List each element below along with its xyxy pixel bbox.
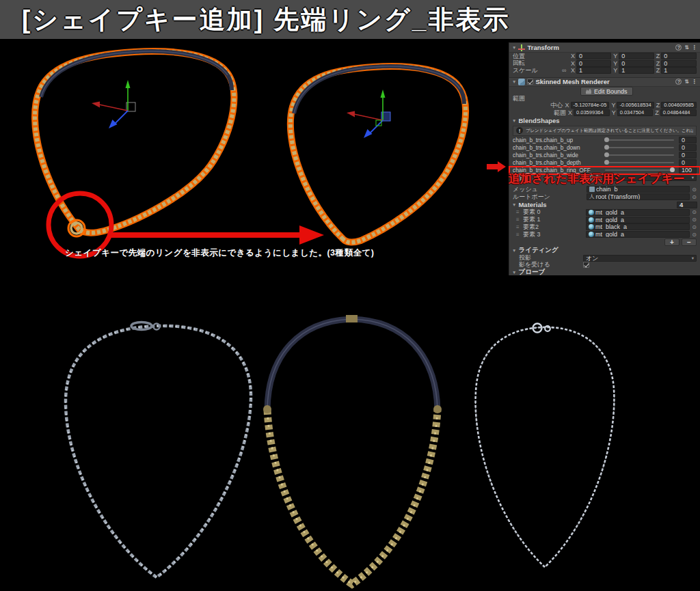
blendshapes-foldout[interactable]: ▼ BlendShapes [509,117,700,125]
add-material-button[interactable]: + [664,238,679,246]
foldout-icon[interactable]: ▼ [512,79,516,84]
scale-y-field[interactable]: 1 [619,67,654,74]
probes-title: プローブ [518,268,545,277]
drag-handle-icon[interactable]: ≡ [516,224,523,230]
foldout-icon[interactable]: ▼ [512,118,516,123]
red-arrow-icon [487,161,507,172]
blendshape-slider[interactable] [605,147,674,148]
scale-x-field[interactable]: 1 [576,67,611,74]
title-banner: [シェイプキー追加] 先端リング_非表示 [0,0,700,39]
axis-x-label: X [571,53,575,59]
center-x-field[interactable]: -5.120784e-05 [571,102,610,109]
transform-header[interactable]: ▼ Transform ? ⇅ ⋮ [509,42,700,53]
drag-handle-icon[interactable]: ≡ [516,217,523,223]
scale-label: スケール [513,66,562,75]
drag-handle-icon[interactable]: ≡ [516,232,523,238]
viewport-necklace-left[interactable] [35,51,234,236]
position-y-field[interactable]: 0 [619,53,654,59]
materials-count-field[interactable]: 4 [677,202,697,208]
center-y-field[interactable]: -0.005618534 [617,102,654,109]
remove-material-button[interactable]: − [682,238,697,246]
extent-y-field[interactable]: 0.0347504 [617,109,654,116]
blendshape-value-field[interactable]: 0 [679,159,697,166]
root-bone-row: ルートボーン 人 root (Transform) ⊙ [509,193,700,201]
viewport-necklace-right[interactable] [291,66,466,243]
material-icon [589,210,594,215]
warning-text: ブレンドシェイプのウェイト範囲は固定されていることに注意してください。これはプレ… [526,128,693,134]
material-field[interactable]: mt_gold_a [586,209,690,216]
smr-title: Skinned Mesh Renderer [535,78,609,85]
blendshape-slider[interactable] [605,169,674,171]
menu-icon[interactable]: ⋮ [692,44,697,51]
edit-bounds-button[interactable]: Edit Bounds [580,87,633,96]
foldout-icon[interactable]: ▼ [512,270,516,275]
blendshape-row: chain_b_trs.chain_b_up 0 [509,137,700,144]
material-field[interactable]: mt_gold_a [586,217,690,223]
link-scale-icon[interactable]: ∞ [562,67,569,74]
position-x-field[interactable]: 0 [576,53,611,59]
component-enabled-checkbox[interactable] [527,79,533,85]
move-gizmo-left[interactable] [92,80,135,128]
material-icon [589,232,594,237]
extent-z-field[interactable]: 0.04864484 [660,109,697,116]
object-picker-icon[interactable]: ⊙ [692,217,697,223]
blendshape-slider[interactable] [605,139,674,141]
move-gizmo-right[interactable] [347,90,390,138]
photo-necklace-silver [66,322,251,578]
drag-handle-icon[interactable]: ≡ [516,209,523,215]
mesh-icon [589,187,595,192]
materials-title: Materials [518,201,546,208]
blendshape-row: chain_b_trs.chain_b_depth 0 [509,159,700,167]
material-field[interactable]: mt_gold_a [586,231,690,238]
gold-clasp [346,315,358,322]
receive-shadows-checkbox[interactable] [583,262,589,268]
blendshape-row: chain_b_trs.chain_b_wide 0 [509,152,700,159]
blendshape-value-field[interactable]: 0 [679,144,697,151]
foldout-icon[interactable]: ▼ [512,45,516,50]
object-picker-icon[interactable]: ⊙ [692,194,697,200]
page-title: [シェイプキー追加] 先端リング_非表示 [0,3,510,37]
warning-icon: ! [516,127,523,134]
viewport-caption: シェイプキーで先端のリングを非表示にできるようにしました。(3種類全て) [65,247,375,259]
object-picker-icon[interactable]: ⊙ [692,232,697,238]
help-icon[interactable]: ? [675,44,682,51]
help-icon[interactable]: ? [675,79,682,85]
smr-header[interactable]: ▼ Skinned Mesh Renderer ? ⇅ ⋮ [509,77,700,87]
scale-z-field[interactable]: 1 [661,67,697,74]
mesh-field[interactable]: chain_b [587,186,690,193]
foldout-icon[interactable]: ▼ [512,248,516,253]
axis-y-label: Y [613,53,617,59]
preset-icon[interactable]: ⇅ [684,79,689,85]
foldout-icon[interactable]: ▼ [512,202,516,207]
object-picker-icon[interactable]: ⊙ [692,209,697,215]
blendshape-slider[interactable] [605,162,674,163]
rotation-y-field[interactable]: 0 [619,60,654,67]
axis-z-label: Z [656,53,660,59]
gold-connector-right [433,405,442,413]
rotation-z-field[interactable]: 0 [661,60,697,67]
probes-foldout[interactable]: ▼ プローブ [509,269,700,276]
object-picker-icon[interactable]: ⊙ [692,187,697,193]
gold-connector-left [263,405,271,413]
blendshape-value-field[interactable]: 0 [679,152,697,159]
blendshape-slider[interactable] [605,154,674,156]
center-z-field[interactable]: 0.004609585 [661,102,697,109]
root-bone-label: ルートボーン [513,193,587,202]
material-field[interactable]: mt_black_a [586,223,690,230]
materials-list-buttons: + − [509,238,700,247]
menu-icon[interactable]: ⋮ [692,79,697,85]
material-row: ≡ 要素 3 mt_gold_a ⊙ [509,231,700,238]
chevron-down-icon: ▾ [692,175,694,180]
cast-shadows-dropdown[interactable]: オン ▾ [583,255,697,262]
position-z-field[interactable]: 0 [661,53,697,59]
blendshape-value-field[interactable]: 0 [679,137,697,143]
photo-necklace-thin-silver [476,324,615,568]
object-picker-icon[interactable]: ⊙ [692,224,697,230]
extent-label: 範囲 [513,109,566,118]
extent-x-field[interactable]: 0.03599364 [574,109,610,116]
root-bone-field[interactable]: 人 root (Transform) [587,193,690,200]
chevron-down-icon: ▾ [692,256,694,261]
rotation-x-field[interactable]: 0 [576,60,611,67]
blendshapes-title: BlendShapes [518,117,559,124]
preset-icon[interactable]: ⇅ [684,44,689,51]
